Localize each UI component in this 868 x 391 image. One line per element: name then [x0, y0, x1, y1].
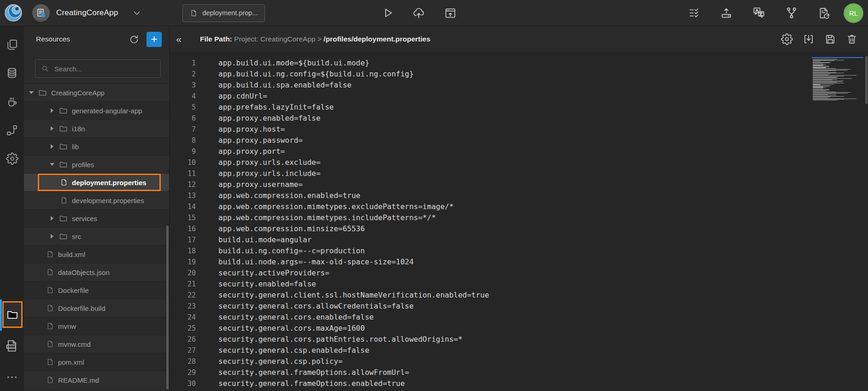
code-line[interactable]: 11app.proxy.urls.include=: [170, 168, 868, 179]
line-text[interactable]: build.ui.node.args=--max-old-space-size=…: [196, 257, 414, 268]
line-text[interactable]: app.web.compression.mimetypes.excludePat…: [196, 201, 454, 212]
caret-right-icon[interactable]: [51, 234, 53, 239]
code-line[interactable]: 7app.proxy.host=: [170, 124, 868, 135]
code-line[interactable]: 13app.web.compression.enabled=true: [170, 190, 868, 201]
release-checklist-icon[interactable]: [688, 6, 701, 19]
line-text[interactable]: app.proxy.port=: [196, 146, 285, 157]
delete-file-icon[interactable]: [846, 33, 858, 45]
settings-gear-icon[interactable]: [6, 152, 18, 165]
code-line[interactable]: 10app.proxy.urls.exclude=: [170, 157, 868, 168]
line-text[interactable]: security.general.client.ssl.hostNameVeri…: [196, 290, 489, 301]
project-avatar-icon[interactable]: [32, 4, 50, 22]
editor-scrollbar[interactable]: [865, 52, 868, 391]
line-text[interactable]: app.prefabs.lazyInit=false: [196, 102, 334, 113]
download-file-icon[interactable]: [803, 33, 815, 45]
line-text[interactable]: security.general.cors.allowCredentials=f…: [196, 301, 414, 312]
line-text[interactable]: app.web.compression.mimetypes.includePat…: [196, 212, 436, 223]
line-text[interactable]: app.build.ui.spa.enabled=false: [196, 80, 352, 91]
search-input[interactable]: [53, 64, 147, 73]
line-text[interactable]: app.build.ui.ng.config=${build.ui.ng.con…: [196, 69, 414, 80]
line-text[interactable]: security.general.frameOptions.allowFromU…: [196, 367, 409, 378]
java-service-icon[interactable]: [6, 95, 18, 108]
project-sync-icon[interactable]: [817, 6, 831, 20]
run-icon[interactable]: [381, 6, 394, 19]
tree-item-pom.xml[interactable]: pom.xml: [24, 353, 169, 371]
code-lines[interactable]: 1app.build.ui.mode=${build.ui.mode}2app.…: [170, 52, 868, 389]
code-line[interactable]: 23security.general.cors.allowCredentials…: [170, 301, 868, 312]
caret-right-icon[interactable]: [51, 216, 53, 221]
code-line[interactable]: 5app.prefabs.lazyInit=false: [170, 102, 868, 113]
code-line[interactable]: 22security.general.client.ssl.hostNameVe…: [170, 290, 868, 301]
minimap[interactable]: [812, 57, 863, 101]
code-line[interactable]: 16app.web.compression.minsize=65536: [170, 223, 868, 234]
tree-item-CreatingCoreApp[interactable]: CreatingCoreApp: [24, 83, 169, 101]
collapse-panel-button[interactable]: «: [172, 34, 185, 44]
code-line[interactable]: 6app.proxy.enabled=false: [170, 113, 868, 124]
user-avatar[interactable]: RL: [844, 3, 863, 23]
line-text[interactable]: app.build.ui.mode=${build.ui.mode}: [196, 58, 369, 69]
tree-item-profiles[interactable]: profiles: [24, 155, 169, 173]
code-line[interactable]: 24security.general.cors.enabled=false: [170, 312, 868, 323]
export-project-icon[interactable]: [720, 6, 733, 20]
caret-down-icon[interactable]: [50, 163, 54, 166]
code-line[interactable]: 28security.general.csp.policy=: [170, 356, 868, 367]
tree-item-dataObjects.json[interactable]: dataObjects.json: [24, 263, 169, 281]
code-line[interactable]: 3app.build.ui.spa.enabled=false: [170, 80, 868, 91]
code-line[interactable]: 29security.general.frameOptions.allowFro…: [170, 367, 868, 378]
line-text[interactable]: security.general.frameOptions.enabled=tr…: [196, 378, 405, 389]
caret-right-icon[interactable]: [51, 108, 53, 113]
tree-item-deployment.properties[interactable]: deployment.properties: [24, 173, 169, 191]
caret-right-icon[interactable]: [51, 126, 53, 131]
project-name[interactable]: CreatingCoreApp: [56, 8, 118, 18]
code-line[interactable]: 18build.ui.ng.config=--c=production: [170, 245, 868, 257]
tree-item-Dockerfile[interactable]: Dockerfile: [24, 281, 169, 299]
tree-item-README.md[interactable]: README.md: [24, 371, 169, 389]
database-icon[interactable]: [6, 67, 18, 80]
line-text[interactable]: build.ui.mode=angular: [196, 234, 311, 245]
file-explorer-icon[interactable]: [2, 301, 23, 328]
tree-item-i18n[interactable]: i18n: [24, 119, 169, 137]
code-line[interactable]: 14app.web.compression.mimetypes.excludeP…: [170, 201, 868, 212]
line-text[interactable]: security.general.csp.enabled=false: [196, 345, 369, 356]
code-line[interactable]: 30security.general.frameOptions.enabled=…: [170, 378, 868, 389]
line-text[interactable]: app.proxy.username=: [196, 179, 303, 190]
tree-item-mvnw.cmd[interactable]: mvnw.cmd: [24, 335, 169, 353]
code-line[interactable]: 25security.general.cors.maxAge=1600: [170, 323, 868, 334]
save-file-icon[interactable]: [824, 33, 836, 45]
line-text[interactable]: security.general.cors.maxAge=1600: [196, 323, 365, 334]
tree-item-development.properties[interactable]: development.properties: [24, 191, 169, 209]
code-line[interactable]: 9app.proxy.port=: [170, 146, 868, 157]
panel-scrollbar-thumb[interactable]: [166, 226, 169, 389]
code-editor[interactable]: 1app.build.ui.mode=${build.ui.mode}2app.…: [170, 52, 868, 391]
code-line[interactable]: 12app.proxy.username=: [170, 179, 868, 190]
line-text[interactable]: app.proxy.urls.include=: [196, 168, 321, 179]
more-options-icon[interactable]: [6, 371, 18, 384]
chevron-down-icon[interactable]: [132, 8, 142, 18]
refresh-icon[interactable]: [128, 34, 140, 45]
line-text[interactable]: security.activeProviders=: [196, 268, 329, 279]
line-text[interactable]: security.general.cors.pathEntries.root.a…: [196, 334, 463, 345]
tree-item-Dockerfile.build[interactable]: Dockerfile.build: [24, 299, 169, 317]
add-resource-button[interactable]: +: [147, 32, 162, 47]
line-text[interactable]: security.general.cors.enabled=false: [196, 312, 374, 323]
api-flow-icon[interactable]: [6, 124, 18, 137]
wavemaker-logo-icon[interactable]: [4, 3, 23, 23]
code-line[interactable]: 20security.activeProviders=: [170, 268, 868, 279]
tree-item-mvnw[interactable]: mvnw: [24, 317, 169, 335]
line-text[interactable]: app.proxy.host=: [196, 124, 285, 135]
code-line[interactable]: 26security.general.cors.pathEntries.root…: [170, 334, 868, 345]
tree-item-generated-angular-app[interactable]: generated-angular-app: [24, 101, 169, 119]
editor-settings-gear-icon[interactable]: [781, 33, 793, 45]
line-text[interactable]: app.proxy.urls.exclude=: [196, 157, 321, 168]
editor-scrollbar-thumb[interactable]: [865, 56, 868, 104]
version-control-icon[interactable]: [785, 6, 798, 20]
caret-right-icon[interactable]: [51, 144, 53, 149]
tree-item-services[interactable]: services: [24, 209, 169, 227]
line-text[interactable]: app.web.compression.minsize=65536: [196, 223, 365, 234]
line-text[interactable]: app.proxy.password=: [196, 135, 303, 146]
code-line[interactable]: 21security.enabled=false: [170, 279, 868, 290]
tree-item-build.xml[interactable]: build.xml: [24, 245, 169, 263]
line-text[interactable]: build.ui.ng.config=--c=production: [196, 245, 365, 257]
code-line[interactable]: 17build.ui.mode=angular: [170, 234, 868, 245]
code-line[interactable]: 8app.proxy.password=: [170, 135, 868, 146]
